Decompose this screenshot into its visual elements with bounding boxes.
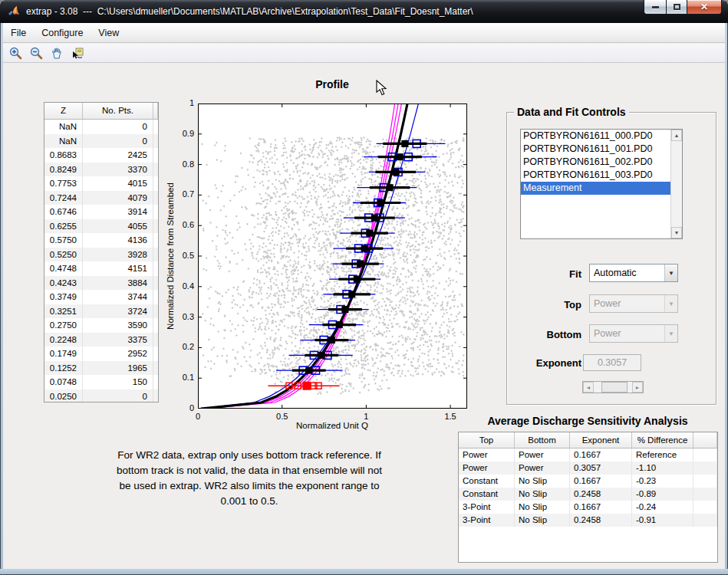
matlab-icon [8,5,20,18]
slider-right-button[interactable]: ► [632,382,643,393]
zoom-out-button[interactable] [28,45,44,61]
pan-hand-icon [51,47,64,60]
sensitivity-table-row: 3-PointNo Slip0.2458-0.91 [459,514,717,527]
fit-value: Automatic [590,268,664,278]
y-tick-label: 1 [160,98,194,107]
pan-button[interactable] [49,45,64,61]
z-table-row: 0.12521965 [44,361,158,376]
y-tick-label: 0 [160,403,194,412]
measurement-median-marker [357,261,364,268]
x-tick-label: 1.5 [435,412,466,421]
listbox-scrollbar[interactable]: ▲ ▼ [670,130,682,238]
y-tick-label: 0.2 [160,342,194,351]
arrow-down-icon: ▼ [674,230,680,235]
arrow-right-icon: ► [635,385,641,390]
z-table-row: NaN0 [44,134,158,149]
sensitivity-table-row: ConstantNo Slip0.2458-0.89 [459,488,717,501]
menu-configure[interactable]: Configure [34,23,91,42]
listbox-item[interactable]: PORTBYRON61611_000.PD0 [521,130,670,143]
sensitivity-title: Average Discharge Sensitivity Analysis [454,415,721,427]
mouse-cursor-icon [376,80,388,97]
dropdown-arrow-icon: ▼ [664,295,677,312]
fit-dropdown[interactable]: Automatic ▼ [589,264,678,282]
sensitivity-column-header: Exponent [570,432,632,448]
app-window: extrap - 3.08 --- C:\Users\dmueller\Docu… [0,0,728,575]
dropdown-arrow-icon: ▼ [664,325,677,342]
measurement-median-marker [371,215,378,222]
window-controls: ✕ [644,0,722,15]
exponent-slider[interactable]: ◄ ► [582,381,644,393]
sensitivity-table-body: PowerPower0.1667ReferencePowerPower0.305… [459,449,717,527]
menu-file[interactable]: File [3,23,34,42]
sensitivity-column-header: % Difference [632,432,693,448]
zoom-in-button[interactable] [8,45,23,61]
window-frame-bottom [0,569,728,575]
y-tick-label: 0.9 [160,129,194,138]
maximize-icon [674,4,680,10]
z-table-row: 0.0748150 [44,375,158,389]
measurement-median-marker [318,352,325,359]
z-table-body: NaN0NaN00.868324250.824933700.775340150.… [44,120,158,402]
minimize-icon [652,6,659,8]
measurement-median-marker [341,306,348,313]
z-table-row: 0.47484151 [44,261,158,276]
z-points-table: Z No. Pts. NaN0NaN00.868324250.824933700… [44,102,159,402]
y-tick-label: 0.8 [160,159,194,169]
arrow-up-icon: ▲ [674,133,680,138]
listbox-item[interactable]: PORTBYRON61611_003.PD0 [521,169,670,182]
z-table-row: 0.22483375 [44,333,158,347]
dropdown-arrow-icon: ▼ [664,264,677,281]
sensitivity-table: TopBottomExponent% Difference PowerPower… [458,432,718,563]
sensitivity-table-header: TopBottomExponent% Difference [459,432,717,449]
listbox-item[interactable]: Measurement [521,182,670,195]
menu-view[interactable]: View [91,23,127,42]
exponent-label: Exponent [497,357,581,369]
z-table-row: 0.37493744 [44,290,158,304]
scroll-down-button[interactable]: ▼ [671,227,682,238]
top-dropdown: Power ▼ [589,294,678,313]
scroll-up-button[interactable]: ▲ [671,130,682,141]
sensitivity-table-row: 3-PointNo Slip0.1667-0.24 [459,501,717,514]
close-button[interactable]: ✕ [687,0,722,15]
measurement-median-marker [392,169,399,176]
top-value: Power [590,298,664,309]
sensitivity-fit-2 [203,104,398,409]
minimize-button[interactable] [644,0,666,15]
z-table-row: 0.42433884 [44,276,158,291]
x-tick-label: 0.5 [267,412,298,421]
sensitivity-table-row: PowerPower0.3057-1.10 [459,462,717,475]
measurement-median-marker [354,276,361,283]
measurement-median-marker [366,230,373,237]
maximize-button[interactable] [666,0,687,15]
y-tick-label: 0.7 [160,189,194,199]
window-title: extrap - 3.08 --- C:\Users\dmueller\Docu… [26,6,473,17]
measurement-median-marker [305,367,312,374]
listbox-item[interactable]: PORTBYRON61611_002.PD0 [521,156,670,169]
data-cursor-button[interactable] [70,45,85,61]
z-table-row: 0.02500 [44,389,158,403]
slider-thumb[interactable] [601,382,628,393]
excluded-median-marker [302,382,311,390]
measurement-median-marker [348,291,355,297]
listbox-item[interactable]: PORTBYRON61611_001.PD0 [521,143,670,156]
z-table-row: 0.62554055 [44,219,158,234]
file-listbox[interactable]: PORTBYRON61611_000.PD0PORTBYRON61611_001… [520,129,683,239]
profile-plot[interactable] [198,104,467,409]
y-tick-label: 0.4 [160,281,194,291]
z-table-row: NaN0 [44,120,158,134]
z-table-row: 0.57504136 [44,233,158,248]
measurement-median-marker [397,153,404,160]
z-table-row: 0.67463914 [44,205,158,219]
measurement-median-marker [328,337,335,343]
sensitivity-table-row: ConstantNo Slip0.1667-0.23 [459,475,717,488]
y-tick-label: 0.6 [160,220,194,229]
title-bar[interactable]: extrap - 3.08 --- C:\Users\dmueller\Docu… [0,0,728,23]
measurement-median-marker [336,321,343,328]
data-fit-controls-title: Data and Fit Controls [514,106,629,118]
menu-bar: File Configure View [3,23,725,43]
window-frame-left [0,23,3,575]
x-axis-label: Normalized Unit Q [255,421,409,430]
no-pts-column-header: No. Pts. [83,103,153,119]
slider-left-button[interactable]: ◄ [583,382,594,393]
z-table-row: 0.52503928 [44,248,158,262]
